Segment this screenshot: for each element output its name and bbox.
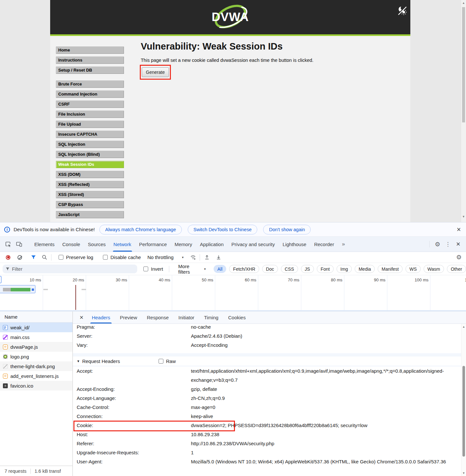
notification-action-button[interactable]: Always match Chrome's language — [99, 225, 182, 234]
resource-type-pill[interactable]: Manifest — [378, 265, 403, 273]
notification-action-button[interactable]: Don't show again — [263, 225, 311, 234]
detail-scrollbar[interactable]: ▲ ▼ — [461, 324, 466, 476]
request-row[interactable]: logo.png — [0, 352, 72, 361]
resource-type-pill[interactable]: WS — [405, 265, 421, 273]
sidebar-menu-item[interactable]: Brute Force — [56, 81, 124, 88]
sidebar-menu-item[interactable]: File Upload — [56, 121, 124, 128]
filter-icon[interactable] — [28, 253, 38, 262]
sidebar-menu-item[interactable]: Command Injection — [56, 91, 124, 98]
device-toolbar-icon[interactable] — [14, 239, 25, 249]
devtools-tab[interactable]: Privacy and security — [227, 237, 279, 252]
detail-tab[interactable]: Cookies — [223, 312, 250, 323]
import-har-icon[interactable] — [202, 253, 212, 262]
sidebar-menu-item[interactable]: SQL Injection (Blind) — [56, 151, 124, 158]
resource-type-pill[interactable]: CSS — [281, 265, 298, 273]
timeline-drag-handle[interactable] — [0, 276, 2, 283]
resource-type-pill[interactable]: Media — [355, 265, 375, 273]
scroll-up-icon[interactable]: ▲ — [461, 1, 466, 5]
inspect-element-icon[interactable] — [3, 239, 14, 249]
export-har-icon[interactable] — [214, 253, 223, 262]
sidebar-menu-item[interactable]: XSS (Stored) — [56, 191, 124, 198]
checkbox-icon[interactable] — [103, 255, 108, 260]
record-icon[interactable] — [3, 253, 13, 262]
request-row[interactable]: weak_id/ — [0, 323, 72, 332]
sidebar-menu-item[interactable]: XSS (Reflected) — [56, 181, 124, 188]
notification-action-button[interactable]: Switch DevTools to Chinese — [188, 225, 258, 234]
devtools-tab[interactable]: Network — [110, 237, 135, 252]
menu-dots-icon[interactable]: ⋮ — [443, 240, 452, 249]
resource-type-pill[interactable]: All — [214, 265, 227, 273]
page-scrollbar-thumb[interactable] — [462, 7, 465, 122]
sidebar-menu-item[interactable]: Setup / Reset DB — [56, 67, 124, 74]
raw-checkbox[interactable]: Raw — [159, 358, 176, 364]
request-row[interactable]: main.css — [0, 332, 72, 342]
devtools-tab[interactable]: Application — [196, 237, 227, 252]
detail-tab[interactable]: Headers — [87, 312, 115, 323]
detail-tab[interactable]: Timing — [199, 312, 223, 323]
sidebar-menu-item[interactable]: File Inclusion — [56, 111, 124, 118]
devtools-tab[interactable]: Sources — [84, 237, 110, 252]
network-conditions-icon[interactable] — [188, 253, 198, 262]
scroll-down-icon[interactable]: ▼ — [461, 471, 466, 475]
divider — [30, 469, 31, 474]
sidebar-menu-item[interactable]: CSRF — [56, 101, 124, 108]
sidebar-menu-item[interactable]: Weak Session IDs — [56, 161, 124, 168]
scroll-down-icon[interactable]: ▼ — [461, 215, 466, 218]
checkbox-icon[interactable] — [143, 266, 148, 271]
detail-tab[interactable]: Preview — [115, 312, 142, 323]
throttling-dropdown[interactable]: No throttling ▾ — [147, 255, 183, 260]
network-overview-timeline[interactable]: 10 ms 20 ms 30 ms 40 ms 50 ms 60 ms 70 m… — [0, 275, 466, 312]
devtools-tab[interactable]: Elements — [30, 237, 59, 252]
devtools-tab[interactable]: Memory — [171, 237, 196, 252]
request-row[interactable]: add_event_listeners.js — [0, 371, 72, 381]
sidebar-menu-item[interactable]: SQL Injection — [56, 141, 124, 148]
sidebar-menu-item[interactable]: CSP Bypass — [56, 201, 124, 208]
request-row[interactable]: favicon.ico — [0, 381, 72, 391]
sidebar-menu-item[interactable]: Insecure CAPTCHA — [56, 131, 124, 138]
devtools-tab[interactable]: Lighthouse — [279, 237, 310, 252]
file-icon — [3, 335, 8, 340]
resource-type-pill[interactable]: Other — [447, 265, 466, 273]
more-filters-dropdown[interactable]: More filters ▾ — [178, 264, 206, 275]
invert-checkbox[interactable]: Invert — [143, 266, 163, 272]
request-headers-section-header[interactable]: ▼ Request Headers Raw — [73, 357, 461, 366]
resource-type-pill[interactable]: Doc — [262, 265, 278, 273]
search-icon[interactable] — [39, 253, 49, 262]
requests-column-header[interactable]: Name — [0, 312, 72, 323]
resource-type-pill[interactable]: Fetch/XHR — [229, 265, 259, 273]
resource-type-pill[interactable]: Img — [337, 265, 352, 273]
preserve-log-checkbox[interactable]: Preserve log — [59, 255, 93, 260]
clear-icon[interactable] — [15, 253, 25, 262]
page-scrollbar[interactable]: ▲ ▼ — [461, 0, 466, 222]
generate-button[interactable]: Generate — [142, 67, 169, 77]
resource-type-pill[interactable]: JS — [301, 265, 314, 273]
notification-close-icon[interactable]: × — [457, 226, 461, 233]
resource-type-pill[interactable]: Font — [317, 265, 334, 273]
checkbox-icon[interactable] — [159, 359, 163, 364]
sidebar-menu-item[interactable]: Instructions — [56, 57, 124, 64]
settings-icon[interactable]: ⚙ — [433, 240, 442, 249]
filter-input-box[interactable] — [3, 265, 137, 273]
detail-close-icon[interactable]: × — [76, 314, 87, 321]
devtools-tab[interactable]: Console — [59, 237, 84, 252]
detail-scrollbar-thumb[interactable] — [462, 366, 465, 457]
theme-toggle-icon[interactable] — [396, 5, 408, 16]
devtools-tab[interactable]: Recorder — [310, 237, 338, 252]
request-row[interactable]: theme-light-dark.png — [0, 361, 72, 371]
checkbox-icon[interactable] — [59, 255, 63, 260]
sidebar-menu-item[interactable]: JavaScript — [56, 211, 124, 218]
devtools-close-icon[interactable]: × — [454, 240, 463, 249]
devtools-notification-bar: i DevTools is now available in Chinese! … — [0, 222, 466, 237]
resource-type-pill[interactable]: Wasm — [424, 265, 444, 273]
filter-input[interactable] — [12, 266, 128, 272]
scroll-up-icon[interactable]: ▲ — [461, 325, 466, 328]
sidebar-menu-item[interactable]: XSS (DOM) — [56, 171, 124, 178]
sidebar-menu-item[interactable]: Home — [56, 47, 124, 54]
request-row[interactable]: dvwaPage.js — [0, 342, 72, 352]
detail-tab[interactable]: Response — [142, 312, 174, 323]
disable-cache-checkbox[interactable]: Disable cache — [103, 255, 141, 260]
detail-tab[interactable]: Initiator — [173, 312, 199, 323]
more-tabs-icon[interactable]: » — [338, 241, 348, 247]
network-settings-icon[interactable]: ⚙ — [454, 253, 463, 262]
devtools-tab[interactable]: Performance — [135, 237, 171, 252]
